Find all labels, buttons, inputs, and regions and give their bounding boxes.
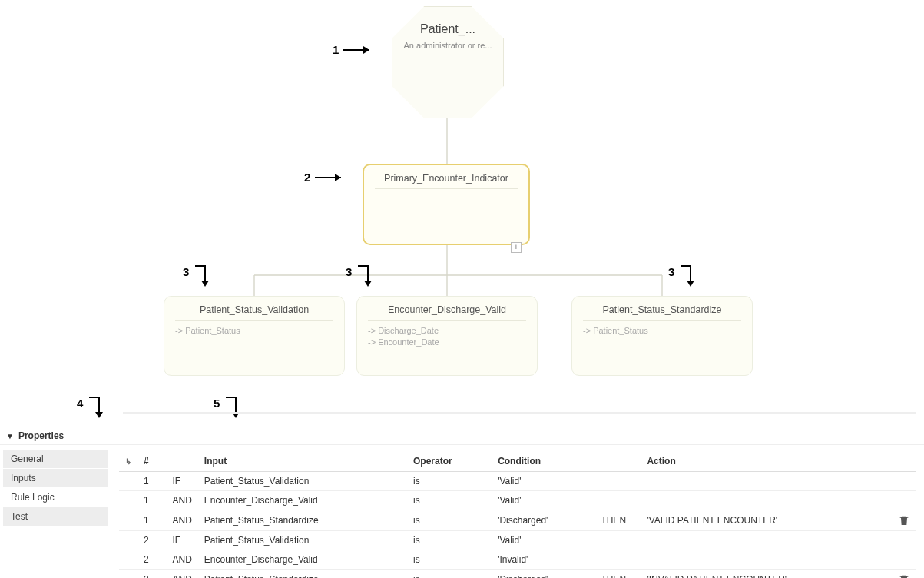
cell-then <box>594 550 641 570</box>
col-keyword <box>166 451 197 472</box>
annotation-5: 5 <box>214 397 241 418</box>
annotation-1: 1 <box>333 43 369 56</box>
cell-condition: 'Valid' <box>492 531 594 550</box>
cell-input: Patient_Status_Validation <box>198 472 407 491</box>
cell-condition: 'Valid' <box>492 491 594 510</box>
table-header-row: ↳ # Input Operator Condition Action <box>119 451 916 472</box>
cell-num: 1 <box>137 491 166 510</box>
rule-node-title: Patient_Status_Standardize <box>583 304 741 321</box>
cell-num: 2 <box>137 570 166 579</box>
table-row[interactable]: 2ANDEncounter_Discharge_Validis'Invalid' <box>119 550 916 570</box>
tab-rule-logic[interactable]: Rule Logic <box>3 488 108 507</box>
rule-node-selected[interactable]: Primary_Encounter_Indicator <box>363 164 530 245</box>
annotation-2: 2 <box>304 171 341 184</box>
rule-node-title: Patient_Status_Validation <box>175 304 333 321</box>
properties-panel-body: General Inputs Rule Logic Test ↳ # Input… <box>0 445 924 578</box>
cell-input: Patient_Status_Validation <box>198 531 407 550</box>
cell-input: Patient_Status_Standardize <box>198 510 407 531</box>
table-row[interactable]: 2ANDPatient_Status_Standardizeis'Dischar… <box>119 570 916 579</box>
cell-keyword: AND <box>166 570 197 579</box>
cell-keyword: IF <box>166 531 197 550</box>
tab-inputs[interactable]: Inputs <box>3 469 108 487</box>
properties-tabs: General Inputs Rule Logic Test <box>0 445 111 578</box>
table-row[interactable]: 1ANDEncounter_Discharge_Validis'Valid' <box>119 491 916 510</box>
cell-input: Encounter_Discharge_Valid <box>198 550 407 570</box>
delete-icon[interactable] <box>898 514 910 527</box>
rule-node-title: Primary_Encounter_Indicator <box>375 173 518 189</box>
cell-keyword: AND <box>166 550 197 570</box>
cell-operator: is <box>407 491 492 510</box>
cell-keyword: IF <box>166 472 197 491</box>
cell-condition: 'Discharged' <box>492 570 594 579</box>
cell-keyword: AND <box>166 510 197 531</box>
root-node[interactable]: Patient_... An administrator or re... <box>392 6 504 118</box>
cell-action: 'INVALID PATIENT ENCOUNTER' <box>641 570 892 579</box>
collapse-icon[interactable]: ▼ <box>6 432 14 440</box>
tab-test[interactable]: Test <box>3 507 108 526</box>
root-node-subtitle: An administrator or re... <box>404 41 492 50</box>
cell-operator: is <box>407 570 492 579</box>
table-row[interactable]: 2IFPatient_Status_Validationis'Valid' <box>119 531 916 550</box>
rule-node-left[interactable]: Patient_Status_Validation -> Patient_Sta… <box>164 296 345 376</box>
cell-condition: 'Discharged' <box>492 510 594 531</box>
root-node-title: Patient_... <box>420 22 475 36</box>
cell-operator: is <box>407 531 492 550</box>
rule-node-field: -> Discharge_Date <box>368 325 526 337</box>
cell-then <box>594 531 641 550</box>
cell-keyword: AND <box>166 491 197 510</box>
cell-num: 1 <box>137 510 166 531</box>
annotation-3-right: 3 <box>668 265 696 287</box>
col-operator: Operator <box>407 451 492 472</box>
cell-num: 2 <box>137 550 166 570</box>
cell-action <box>641 472 892 491</box>
cell-action <box>641 531 892 550</box>
cell-condition: 'Valid' <box>492 472 594 491</box>
cell-num: 1 <box>137 472 166 491</box>
cell-operator: is <box>407 550 492 570</box>
cell-operator: is <box>407 510 492 531</box>
diagram-canvas[interactable]: 1 2 3 3 3 Patient_... An administrator o… <box>0 0 924 407</box>
delete-icon[interactable] <box>898 573 910 578</box>
annotation-3-mid: 3 <box>346 265 373 287</box>
cell-action <box>641 550 892 570</box>
rule-node-field: -> Patient_Status <box>583 325 741 337</box>
properties-panel-header[interactable]: ▼ Properties <box>0 427 924 445</box>
reorder-icon: ↳ <box>125 457 131 466</box>
rule-node-title: Encounter_Discharge_Valid <box>368 304 526 321</box>
cell-input: Encounter_Discharge_Valid <box>198 491 407 510</box>
properties-title: Properties <box>18 430 64 441</box>
cell-num: 2 <box>137 531 166 550</box>
table-row[interactable]: 1ANDPatient_Status_Standardizeis'Dischar… <box>119 510 916 531</box>
rule-node-field: -> Patient_Status <box>175 325 333 337</box>
col-num: # <box>137 451 166 472</box>
cell-input: Patient_Status_Standardize <box>198 570 407 579</box>
cell-then <box>594 472 641 491</box>
col-action: Action <box>641 451 892 472</box>
add-node-button[interactable]: + <box>511 242 522 253</box>
cell-condition: 'Invalid' <box>492 550 594 570</box>
col-condition: Condition <box>492 451 594 472</box>
cell-then: THEN <box>594 570 641 579</box>
tab-general[interactable]: General <box>3 450 108 468</box>
col-then <box>594 451 641 472</box>
cell-then <box>594 491 641 510</box>
cell-action <box>641 491 892 510</box>
rule-node-mid[interactable]: Encounter_Discharge_Valid -> Discharge_D… <box>356 296 538 376</box>
annotation-3-left: 3 <box>183 265 210 287</box>
rule-node-right[interactable]: Patient_Status_Standardize -> Patient_St… <box>571 296 753 376</box>
col-input: Input <box>198 451 407 472</box>
cell-action: 'VALID PATIENT ENCOUNTER' <box>641 510 892 531</box>
table-row[interactable]: 1IFPatient_Status_Validationis'Valid' <box>119 472 916 491</box>
cell-then: THEN <box>594 510 641 531</box>
cell-operator: is <box>407 472 492 491</box>
divider <box>123 412 916 414</box>
rule-logic-table: ↳ # Input Operator Condition Action 1IFP… <box>119 451 916 578</box>
rule-node-field: -> Encounter_Date <box>368 337 526 348</box>
annotation-4: 4 <box>77 397 104 418</box>
